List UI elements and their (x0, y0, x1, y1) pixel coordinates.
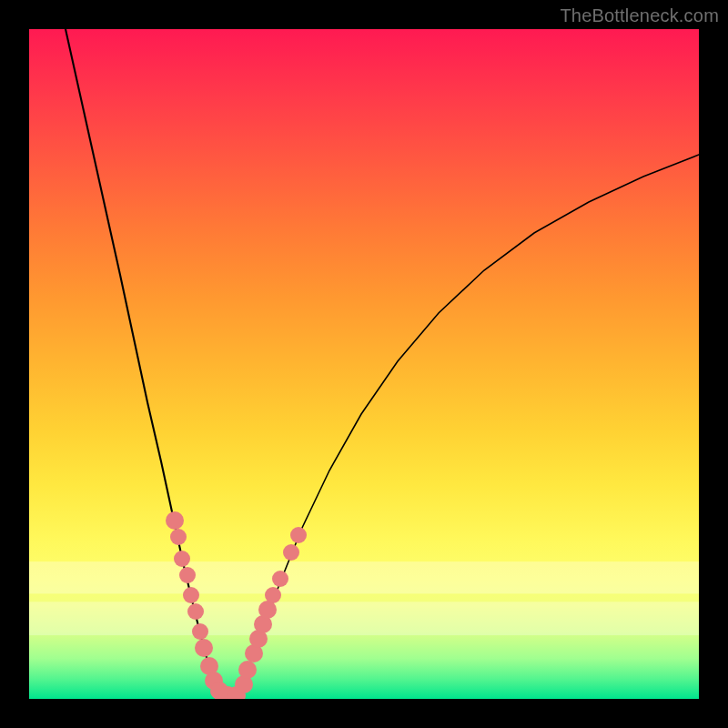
pale-band (29, 561, 699, 593)
data-dot (179, 567, 196, 583)
chart-frame: TheBottleneck.com (0, 0, 728, 728)
data-dot (187, 603, 204, 620)
data-dot (183, 587, 199, 603)
data-dot (195, 639, 213, 657)
data-dot (265, 587, 281, 603)
plot-area (29, 29, 699, 699)
left-curve (66, 29, 228, 699)
chart-svg (29, 29, 699, 699)
data-dot (238, 661, 257, 679)
data-dot (166, 511, 184, 530)
data-dot (170, 529, 187, 545)
data-dot (290, 527, 307, 543)
data-dot (174, 551, 190, 567)
data-dot (258, 601, 277, 619)
pale-band (29, 602, 699, 635)
data-dot (272, 571, 288, 587)
data-dot (283, 544, 299, 561)
watermark-text: TheBottleneck.com (560, 5, 719, 26)
data-dot (192, 623, 208, 640)
pale-bands (29, 561, 699, 635)
